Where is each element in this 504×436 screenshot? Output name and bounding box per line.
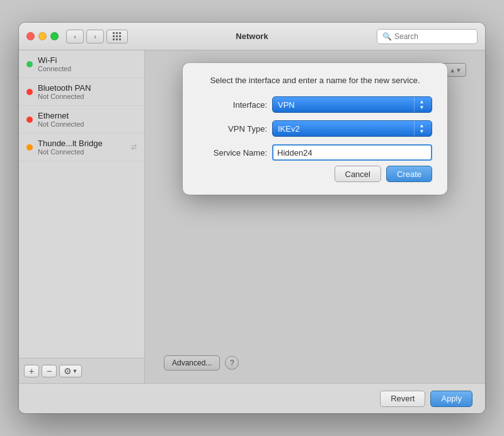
modal-title: Select the interface and enter a name fo…: [198, 76, 432, 85]
sidebar-item-status-thunderbolt: Not Connected: [38, 148, 103, 156]
arrow-down-icon: ▼: [420, 105, 425, 110]
sidebar-item-thunderbolt[interactable]: Thunde...lt Bridge Not Connected ⇄: [19, 134, 144, 161]
apply-button[interactable]: Apply: [430, 391, 472, 407]
sidebar-list: Wi-Fi Connected Bluetooth PAN Not Connec…: [19, 50, 144, 358]
gear-icon: ⚙: [64, 366, 72, 376]
status-dot-bluetooth: [26, 89, 33, 95]
service-name-input[interactable]: [272, 144, 432, 161]
search-icon: 🔍: [382, 32, 392, 41]
window-bottom: Revert Apply: [19, 383, 485, 413]
cancel-button[interactable]: Cancel: [335, 166, 381, 182]
modal-overlay: Select the interface and enter a name fo…: [145, 50, 485, 383]
sidebar-item-info-bluetooth: Bluetooth PAN Not Connected: [38, 83, 91, 100]
sidebar-item-name-thunderbolt: Thunde...lt Bridge: [38, 139, 103, 148]
search-input[interactable]: [394, 32, 470, 41]
new-service-modal: Select the interface and enter a name fo…: [183, 63, 447, 195]
titlebar: ‹ › Network 🔍: [19, 23, 485, 50]
right-panel: Using DHCP ▲▼ IP Address: Subnet Mask: R…: [145, 50, 485, 383]
status-dot-thunderbolt: [26, 144, 33, 151]
modal-form: Interface: VPN ▲ ▼ VPN Type:: [198, 96, 432, 161]
sidebar: Wi-Fi Connected Bluetooth PAN Not Connec…: [19, 50, 145, 383]
vpn-type-label: VPN Type:: [198, 124, 267, 134]
sidebar-item-name-bluetooth: Bluetooth PAN: [38, 83, 91, 93]
vpn-type-select-value: IKEv2: [278, 124, 300, 134]
gear-menu-button[interactable]: ⚙ ▼: [59, 365, 82, 377]
sidebar-item-ethernet[interactable]: Ethernet Not Connected: [19, 106, 144, 134]
interface-select-value: VPN: [278, 100, 295, 110]
revert-button[interactable]: Revert: [380, 391, 425, 407]
sidebar-item-status-bluetooth: Not Connected: [38, 93, 91, 100]
vpn-type-row: VPN Type: IKEv2 ▲ ▼: [198, 120, 432, 137]
arrow-up-icon: ▲: [420, 100, 425, 105]
sidebar-bottom: + − ⚙ ▼: [19, 358, 144, 383]
window-title: Network: [236, 32, 268, 41]
search-box[interactable]: 🔍: [377, 29, 478, 44]
service-name-row: Service Name:: [198, 144, 432, 161]
traffic-lights: [26, 32, 59, 40]
sidebar-item-status-ethernet: Not Connected: [38, 120, 84, 128]
grid-icon: [113, 32, 122, 41]
sidebar-item-info-ethernet: Ethernet Not Connected: [38, 111, 84, 128]
sidebar-item-name-ethernet: Ethernet: [38, 111, 84, 120]
gear-chevron-icon: ▼: [72, 368, 78, 374]
vpn-arrow-up-icon: ▲: [420, 123, 425, 129]
minimize-button[interactable]: [38, 32, 47, 40]
thunderbolt-arrows-icon: ⇄: [131, 143, 137, 151]
vpn-type-select[interactable]: IKEv2 ▲ ▼: [272, 120, 432, 137]
sidebar-item-name-wifi: Wi-Fi: [38, 55, 71, 65]
forward-button[interactable]: ›: [86, 30, 104, 43]
status-dot-ethernet: [26, 117, 33, 123]
modal-buttons: Cancel Create: [198, 166, 432, 182]
interface-row: Interface: VPN ▲ ▼: [198, 96, 432, 113]
sidebar-item-info-wifi: Wi-Fi Connected: [38, 55, 71, 72]
network-window: ‹ › Network 🔍 Wi-Fi Connecte: [19, 23, 485, 413]
vpn-type-select-arrows-icon: ▲ ▼: [414, 121, 427, 136]
interface-select-arrows-icon: ▲ ▼: [414, 97, 427, 112]
grid-button[interactable]: [106, 30, 128, 43]
interface-select[interactable]: VPN ▲ ▼: [272, 96, 432, 113]
close-button[interactable]: [26, 32, 35, 40]
back-button[interactable]: ‹: [66, 30, 84, 43]
sidebar-item-info-thunderbolt: Thunde...lt Bridge Not Connected: [38, 139, 103, 156]
sidebar-item-bluetooth[interactable]: Bluetooth PAN Not Connected: [19, 78, 144, 106]
maximize-button[interactable]: [50, 32, 59, 40]
add-service-button[interactable]: +: [24, 365, 39, 377]
main-content: Wi-Fi Connected Bluetooth PAN Not Connec…: [19, 50, 485, 383]
status-dot-wifi: [26, 61, 33, 67]
sidebar-item-wifi[interactable]: Wi-Fi Connected: [19, 50, 144, 78]
nav-buttons: ‹ ›: [66, 30, 104, 43]
sidebar-item-status-wifi: Connected: [38, 65, 71, 72]
remove-service-button[interactable]: −: [42, 365, 57, 377]
vpn-arrow-down-icon: ▼: [420, 129, 425, 134]
service-name-label: Service Name:: [198, 148, 267, 158]
interface-label: Interface:: [198, 100, 267, 110]
create-button[interactable]: Create: [386, 166, 432, 182]
